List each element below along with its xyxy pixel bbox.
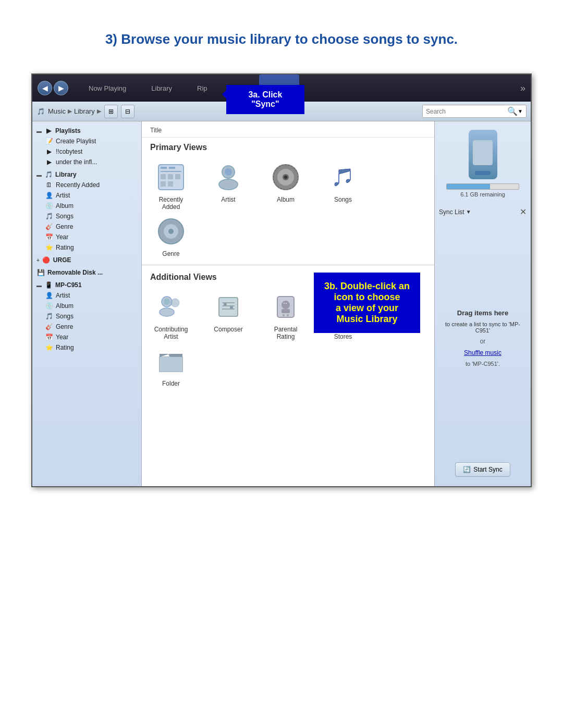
- shuffle-link[interactable]: Shuffle music: [464, 349, 501, 356]
- search-icon[interactable]: 🔍: [507, 106, 518, 116]
- artist-view-icon: [213, 162, 244, 193]
- tab-library[interactable]: Library: [139, 75, 185, 102]
- breadcrumb-music[interactable]: Music: [48, 107, 66, 115]
- genre-view-label: Genre: [162, 250, 179, 257]
- capacity-text: 6.1 GB remaining: [446, 191, 519, 198]
- folder-view-label: Folder: [162, 380, 180, 387]
- genre-views-grid: Genre: [142, 216, 434, 263]
- sidebar-item-genre[interactable]: 🎸 Genre: [32, 221, 141, 232]
- sync-list-button[interactable]: Sync List ▼: [439, 208, 471, 216]
- svg-point-22: [164, 299, 170, 305]
- svg-point-10: [219, 179, 238, 190]
- sync-callout: 3a. Click "Sync": [226, 85, 304, 114]
- recently-added-view-icon: [155, 162, 187, 193]
- sidebar-item-playlist2[interactable]: ▶ under the infl...: [32, 157, 141, 167]
- view-item-parental-rating[interactable]: ParentalRating: [265, 291, 307, 340]
- sidebar-item-album[interactable]: 💿 Album: [32, 201, 141, 211]
- svg-rect-2: [169, 167, 175, 169]
- sidebar-item-mp-rating[interactable]: ⭐ Rating: [32, 342, 141, 353]
- sidebar-mp-label: MP-C951: [55, 281, 82, 289]
- search-dropdown-icon[interactable]: ▼: [518, 108, 523, 114]
- sync-refresh-icon: 🔄: [463, 466, 471, 473]
- dblclick-callout: 3b. Double-click an icon to choose a vie…: [314, 273, 420, 333]
- sidebar-mp-artist-label: Artist: [56, 292, 70, 299]
- sidebar-item-playlists[interactable]: ▬ ▶ Playlists: [32, 126, 141, 136]
- sync-list-label: Sync List: [439, 208, 464, 216]
- sidebar-item-songs[interactable]: 🎵 Songs: [32, 211, 141, 221]
- playlist1-icon: ▶: [45, 147, 53, 156]
- sidebar-recently-added-label: Recently Added: [56, 181, 100, 189]
- sidebar-item-mp-genre[interactable]: 🎸 Genre: [32, 322, 141, 332]
- tab-rip[interactable]: Rip: [185, 75, 220, 102]
- sidebar-item-removable-disk[interactable]: 💾 Removable Disk ...: [32, 267, 141, 278]
- sidebar-playlists-label: Playlists: [55, 127, 81, 134]
- svg-rect-7: [161, 181, 166, 187]
- view-item-composer[interactable]: Composer: [207, 291, 249, 340]
- sidebar-removable-label: Removable Disk ...: [47, 269, 103, 276]
- view-item-album[interactable]: Album: [265, 162, 307, 211]
- svg-point-28: [224, 303, 227, 306]
- sidebar-playlist1-label: !!cobytest: [56, 148, 82, 155]
- sync-drop-title: Drag items here: [457, 309, 508, 317]
- sidebar-item-mp[interactable]: ▬ 📱 MP-C951: [32, 280, 141, 290]
- genre-view-icon: [155, 216, 187, 247]
- primary-views-title: Primary Views: [142, 138, 434, 156]
- view-toggle-button[interactable]: ⊞: [104, 105, 118, 118]
- sidebar-item-year[interactable]: 📅 Year: [32, 232, 141, 242]
- sidebar-item-library[interactable]: ▬ 🎵 Library: [32, 169, 141, 180]
- library-icon: 🎵: [44, 170, 53, 179]
- nav-forward-button[interactable]: ▶: [54, 81, 68, 95]
- sidebar: ▬ ▶ Playlists 📝 Create Playlist ▶ !!coby…: [32, 121, 142, 486]
- sidebar-item-rating[interactable]: ⭐ Rating: [32, 242, 141, 253]
- artist-icon: 👤: [45, 191, 53, 200]
- svg-point-15: [284, 176, 287, 179]
- view-options-button[interactable]: ⊟: [121, 105, 134, 118]
- view-item-recently-added[interactable]: RecentlyAdded: [150, 162, 192, 211]
- folder-views-grid: Folder: [142, 346, 434, 392]
- nav-back-button[interactable]: ◀: [38, 81, 52, 95]
- svg-point-29: [230, 306, 233, 309]
- nav-more-button[interactable]: »: [520, 83, 525, 94]
- capacity-bar-container: 6.1 GB remaining: [446, 183, 519, 198]
- sidebar-item-create-playlist[interactable]: 📝 Create Playlist: [32, 136, 141, 146]
- svg-rect-34: [287, 314, 289, 316]
- mp-year-icon: 📅: [45, 333, 53, 341]
- tab-now-playing[interactable]: Now Playing: [76, 75, 139, 102]
- view-item-songs[interactable]: Songs: [322, 162, 364, 211]
- svg-rect-35: [284, 303, 285, 304]
- start-sync-button[interactable]: 🔄 Start Sync: [455, 462, 510, 477]
- breadcrumb: Music ▶ Library ▶: [48, 107, 101, 115]
- mp-rating-icon: ⭐: [45, 343, 53, 352]
- mp-songs-icon: 🎵: [45, 312, 53, 320]
- sidebar-item-mp-year[interactable]: 📅 Year: [32, 332, 141, 342]
- sidebar-item-artist[interactable]: 👤 Artist: [32, 190, 141, 201]
- view-item-artist[interactable]: Artist: [207, 162, 249, 211]
- album-view-label: Album: [277, 196, 295, 203]
- expand-playlists-icon: ▬: [36, 128, 42, 134]
- sync-close-button[interactable]: ✕: [520, 207, 527, 217]
- sidebar-album-label: Album: [56, 202, 74, 209]
- breadcrumb-library[interactable]: Library: [74, 107, 95, 115]
- sidebar-item-mp-artist[interactable]: 👤 Artist: [32, 290, 141, 301]
- view-item-folder[interactable]: Folder: [150, 346, 192, 387]
- sidebar-item-urge[interactable]: + 🔴 URGE: [32, 255, 141, 265]
- sidebar-item-mp-songs[interactable]: 🎵 Songs: [32, 311, 141, 322]
- sidebar-item-mp-album[interactable]: 💿 Album: [32, 301, 141, 311]
- sidebar-item-recently-added[interactable]: 🗓 Recently Added: [32, 180, 141, 190]
- view-item-genre[interactable]: Genre: [150, 216, 192, 257]
- svg-rect-3: [161, 171, 181, 172]
- content-column-header: Title: [142, 121, 434, 138]
- expand-mp-icon: ▬: [36, 282, 42, 288]
- breadcrumb-arrow-2: ▶: [97, 108, 101, 115]
- svg-rect-8: [168, 181, 173, 187]
- search-box: 🔍 ▼: [422, 105, 527, 118]
- genre-icon: 🎸: [45, 223, 53, 231]
- svg-rect-33: [283, 314, 285, 316]
- sidebar-item-playlist1[interactable]: ▶ !!cobytest: [32, 146, 141, 157]
- sync-list-dropdown-icon[interactable]: ▼: [466, 209, 471, 215]
- view-item-contributing-artist[interactable]: ContributingArtist: [150, 291, 192, 340]
- sidebar-artist-label: Artist: [56, 192, 70, 199]
- search-input[interactable]: [426, 108, 507, 115]
- rating-icon: ⭐: [45, 243, 53, 252]
- contributing-artist-view-label: ContributingArtist: [154, 326, 188, 340]
